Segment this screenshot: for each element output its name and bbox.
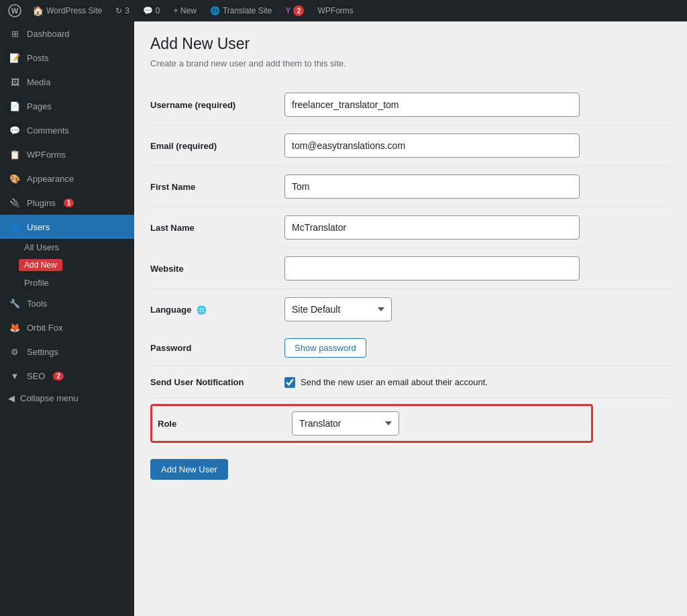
lastname-input[interactable]	[284, 215, 580, 240]
topbar: W 🏠 WordPress Site ↻ 3 💬 0 + New 🌐 Trans…	[0, 0, 687, 21]
updates[interactable]: ↻ 3	[110, 6, 135, 15]
password-label: Password	[150, 343, 191, 353]
translate-site[interactable]: 🌐 Translate Site	[205, 6, 278, 15]
sidebar-sub-all-users[interactable]: All Users	[0, 239, 134, 256]
sidebar-item-settings[interactable]: ⚙ Settings	[0, 340, 134, 364]
sidebar-sub-add-new[interactable]: Add New	[0, 256, 134, 274]
firstname-input[interactable]	[284, 174, 580, 199]
page-title: Add New User	[150, 35, 671, 53]
plugins-icon: 🔌	[8, 196, 21, 209]
language-select[interactable]: Site Default English French German	[284, 297, 392, 321]
svg-text:W: W	[11, 7, 19, 15]
show-password-button[interactable]: Show password	[284, 338, 366, 358]
sidebar-item-pages[interactable]: 📄 Pages	[0, 94, 134, 118]
posts-icon: 📝	[8, 51, 21, 64]
orbitfox-icon: 🦊	[8, 321, 21, 334]
sidebar-item-plugins[interactable]: 🔌 Plugins 1	[0, 191, 134, 215]
tools-icon: 🔧	[8, 297, 21, 310]
media-icon: 🖼	[8, 75, 21, 89]
username-label: Username (required)	[150, 100, 235, 110]
sidebar-item-seo[interactable]: ▼ SEO 2	[0, 364, 134, 388]
role-label: Role	[158, 419, 292, 429]
firstname-label: First Name	[150, 182, 195, 192]
wpforms-top[interactable]: WPForms	[312, 6, 358, 15]
page-subtitle: Create a brand new user and add them to …	[150, 58, 671, 68]
sidebar-item-appearance[interactable]: 🎨 Appearance	[0, 166, 134, 191]
translate-icon: 🌐	[197, 305, 207, 315]
username-input[interactable]	[284, 93, 580, 117]
appearance-icon: 🎨	[8, 172, 21, 185]
email-label: Email (required)	[150, 141, 217, 151]
comments-icon: 💬	[8, 123, 21, 137]
sidebar-item-comments[interactable]: 💬 Comments	[0, 118, 134, 142]
sidebar-item-users[interactable]: 👤 Users	[0, 215, 134, 239]
language-label: Language 🌐	[150, 305, 207, 315]
notification-checkbox[interactable]	[284, 377, 295, 388]
website-label: Website	[150, 264, 184, 274]
role-row: Role Subscriber Contributor Author Edito…	[150, 404, 593, 443]
lastname-label: Last Name	[150, 223, 195, 233]
dashboard-icon: ⊞	[8, 27, 21, 40]
collapse-menu[interactable]: ◀ Collapse menu	[0, 388, 134, 409]
seo-icon: ▼	[8, 369, 21, 382]
email-input[interactable]	[284, 134, 580, 158]
yoast[interactable]: Y 2	[280, 5, 309, 16]
sidebar: ⊞ Dashboard 📝 Posts 🖼 Media 📄 Pages 💬 Co…	[0, 21, 134, 616]
collapse-icon: ◀	[8, 393, 15, 403]
main-content: Add New User Create a brand new user and…	[134, 21, 687, 616]
sidebar-item-media[interactable]: 🖼 Media	[0, 70, 134, 94]
sidebar-item-orbitfox[interactable]: 🦊 Orbit Fox	[0, 315, 134, 340]
sidebar-sub-profile[interactable]: Profile	[0, 274, 134, 291]
users-icon: 👤	[8, 220, 21, 234]
wp-logo[interactable]: W	[5, 1, 24, 20]
website-input[interactable]	[284, 256, 580, 280]
sidebar-item-wpforms[interactable]: 📋 WPForms	[0, 142, 134, 166]
site-name[interactable]: 🏠 WordPress Site	[27, 5, 107, 16]
new-button[interactable]: + New	[168, 6, 202, 15]
notification-label: Send User Notification	[150, 377, 244, 387]
settings-icon: ⚙	[8, 345, 21, 358]
comments[interactable]: 💬 0	[138, 6, 166, 15]
add-new-user-button[interactable]: Add New User	[150, 459, 228, 480]
wpforms-icon: 📋	[8, 148, 21, 161]
sidebar-item-posts[interactable]: 📝 Posts	[0, 46, 134, 70]
pages-icon: 📄	[8, 99, 21, 113]
add-user-form: Username (required) Email (required) Fir…	[150, 85, 671, 399]
sidebar-item-tools[interactable]: 🔧 Tools	[0, 291, 134, 315]
sidebar-item-dashboard[interactable]: ⊞ Dashboard	[0, 21, 134, 46]
notification-text: Send the new user an email about their a…	[301, 377, 488, 387]
role-select[interactable]: Subscriber Contributor Author Editor Adm…	[292, 411, 399, 435]
notification-row: Send the new user an email about their a…	[284, 377, 671, 388]
